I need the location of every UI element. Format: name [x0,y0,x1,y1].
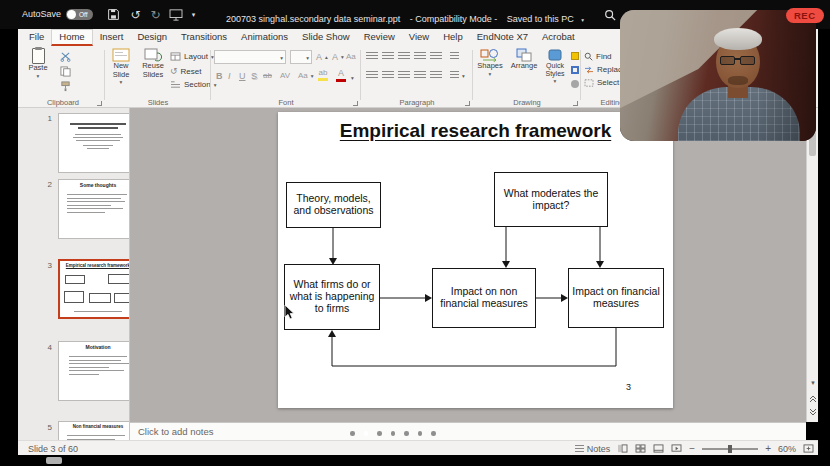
new-slide-button[interactable]: New Slide ▾ [106,48,136,86]
format-painter-button[interactable] [60,81,71,92]
tab-file[interactable]: File [22,29,51,46]
normal-view-icon[interactable] [617,444,628,453]
clear-format-button[interactable]: Aa▾ [298,71,314,80]
save-icon[interactable] [106,7,121,22]
bold-button[interactable]: B [216,71,223,81]
slideshow-view-icon[interactable] [671,444,682,453]
tab-transitions[interactable]: Transitions [174,29,234,46]
cut-button[interactable] [60,51,71,62]
align-center-button[interactable] [382,71,394,80]
reading-view-icon[interactable] [653,444,664,453]
taskbar-item[interactable] [46,457,62,464]
shape-fill-button[interactable] [571,52,579,60]
dot[interactable] [431,431,436,436]
redo-icon[interactable]: ↻ [148,7,163,22]
current-slide[interactable]: Empirical research framework Theory, mod… [278,112,673,408]
justify-button[interactable] [414,71,426,80]
arrange-button[interactable]: Arrange [508,48,540,71]
notes-pane[interactable]: Click to add notes [130,422,806,440]
tab-help[interactable]: Help [436,29,470,46]
grow-font-button[interactable]: A▴ [316,52,328,62]
next-slide-button[interactable] [807,408,819,417]
paragraph-dialog-launcher[interactable] [465,101,470,106]
select-button[interactable]: Select ▾ [584,78,625,87]
increase-indent-button[interactable] [414,52,426,61]
slide-sorter-view-icon[interactable] [635,444,646,453]
tab-slideshow[interactable]: Slide Show [295,29,357,46]
tab-design[interactable]: Design [130,29,174,46]
shape-impact-nonfinancial[interactable]: Impact on non financial measures [432,268,536,328]
tab-insert[interactable]: Insert [93,29,131,46]
drawing-dialog-launcher[interactable] [573,101,578,106]
webcam-video-tile[interactable] [620,10,816,141]
tab-acrobat[interactable]: Acrobat [535,29,582,46]
copy-button[interactable] [60,66,71,77]
shape-outline-button[interactable] [571,66,579,74]
tab-animations[interactable]: Animations [234,29,295,46]
autosave-toggle[interactable]: Off [66,9,93,20]
dot[interactable] [418,431,423,436]
scroll-down-icon[interactable]: ▼ [807,380,819,386]
saved-status[interactable]: Saved to this PC [507,14,574,24]
previous-slide-button[interactable] [807,395,819,404]
shrink-font-button[interactable]: A▾ [332,52,344,62]
tab-home[interactable]: Home [51,29,92,46]
clipboard-dialog-launcher[interactable] [97,101,102,106]
change-case-button[interactable]: Aa [346,52,356,61]
find-button[interactable]: Find [584,52,612,61]
tab-endnote[interactable]: EndNote X7 [470,29,535,46]
undo-icon[interactable]: ↺ [128,7,143,22]
slide-thumbnail-5[interactable]: Non financial measures [58,421,130,440]
slide-thumbnail-2[interactable]: Some thoughts [58,179,130,239]
numbering-button[interactable] [382,52,394,61]
zoom-in-icon[interactable]: + [765,443,771,454]
vertical-scrollbar[interactable]: ▲ ▼ [806,108,818,422]
shapes-button[interactable]: Shapes ▾ [474,48,506,77]
layout-button[interactable]: Layout ▾ [170,52,214,61]
start-slideshow-icon[interactable] [168,7,183,22]
font-color-button[interactable]: A [336,69,346,82]
line-spacing-button[interactable] [430,52,442,61]
dot-active[interactable] [364,431,369,436]
text-direction-button[interactable] [450,52,459,61]
reset-button[interactable]: ↺ Reset [170,66,201,76]
decrease-indent-button[interactable] [398,52,410,61]
notes-toggle-button[interactable]: Notes [575,444,611,454]
slide-thumbnail-3-selected[interactable]: Empirical research framework [58,259,130,319]
zoom-slider[interactable] [702,444,758,454]
slide-thumbnail-4[interactable]: Motivation [58,341,130,401]
columns-button[interactable] [430,71,442,80]
dot[interactable] [391,431,396,436]
reuse-slides-button[interactable]: Reuse Slides [138,48,168,79]
strikethrough-button[interactable]: ab [263,71,272,80]
tab-view[interactable]: View [402,29,436,46]
shape-theory-models[interactable]: Theory, models, and observations [286,182,381,228]
shape-what-moderates[interactable]: What moderates the impact? [494,172,608,227]
quick-styles-button[interactable]: Quick Styles ▾ [542,48,568,84]
zoom-slider-thumb[interactable] [728,445,732,453]
shape-what-firms-do[interactable]: What firms do or what is happening to fi… [284,264,380,330]
fit-to-window-icon[interactable] [803,444,814,453]
search-icon[interactable] [602,7,617,22]
shadow-button[interactable]: S [251,71,257,81]
carousel-dots[interactable] [350,431,436,436]
dot[interactable] [404,431,409,436]
highlight-button[interactable]: ab [318,69,328,81]
dot[interactable] [377,431,382,436]
dot[interactable] [350,431,355,436]
shape-effects-button[interactable] [571,80,579,88]
font-name-combo[interactable]: ▾ [214,50,286,64]
tab-review[interactable]: Review [357,29,402,46]
font-size-combo[interactable]: ▾ [290,50,312,64]
char-spacing-button[interactable]: AV [280,71,290,80]
shape-impact-financial[interactable]: Impact on financial measures [568,268,664,328]
zoom-level[interactable]: 60% [778,444,796,454]
zoom-out-icon[interactable]: − [689,443,695,454]
align-right-button[interactable] [398,71,410,80]
smartart-button[interactable]: ▾ [450,71,465,80]
italic-button[interactable]: I [228,71,231,81]
align-left-button[interactable] [366,71,378,80]
underline-button[interactable]: U [239,71,246,81]
slide-thumbnail-1[interactable] [58,113,130,173]
bullets-button[interactable] [366,52,378,61]
